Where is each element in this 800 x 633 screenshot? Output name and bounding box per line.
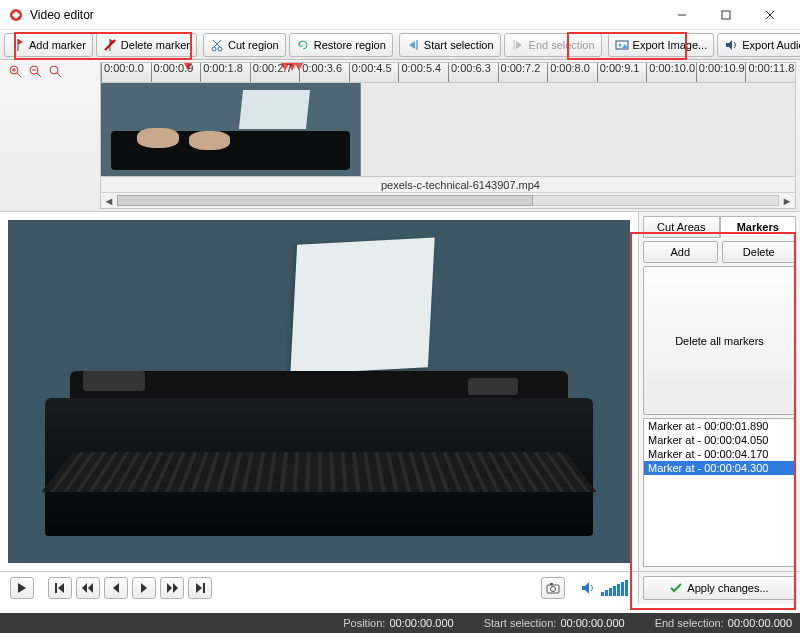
marker-list-item[interactable]: Marker at - 00:00:04.050 (644, 433, 795, 447)
ruler-tick: 0:00:5.4 (398, 63, 441, 82)
restore-region-label: Restore region (314, 39, 386, 51)
export-audio-button[interactable]: Export Audio... (717, 33, 800, 57)
toolbar: Add marker Delete marker Cut region Rest… (0, 30, 800, 60)
status-position-value: 00:00:00.000 (389, 617, 453, 629)
svg-point-9 (218, 47, 222, 51)
ruler-tick: 0:00:4.5 (349, 63, 392, 82)
scroll-left-icon[interactable]: ◄ (101, 193, 117, 208)
goto-end-button[interactable] (188, 577, 212, 599)
apply-changes-button[interactable]: Apply changes... (643, 576, 796, 600)
ruler-tick: 0:00:6.3 (448, 63, 491, 82)
scroll-thumb[interactable] (117, 195, 533, 206)
ruler-tick: 0:00:0.9 (151, 63, 194, 82)
maximize-button[interactable] (704, 1, 748, 29)
marker-list-item[interactable]: Marker at - 00:00:04.170 (644, 447, 795, 461)
svg-line-11 (213, 40, 220, 47)
ruler-tick: 0:00:11.8 (745, 63, 794, 82)
marker-add-button[interactable]: Add (643, 241, 718, 263)
step-back-button[interactable] (104, 577, 128, 599)
app-icon (8, 7, 24, 23)
snapshot-button[interactable] (541, 577, 565, 599)
scissors-icon (210, 38, 224, 52)
start-selection-icon (406, 38, 420, 52)
svg-point-23 (50, 66, 58, 74)
end-selection-label: End selection (529, 39, 595, 51)
add-marker-label: Add marker (29, 39, 86, 51)
zoom-in-icon[interactable] (8, 64, 22, 78)
status-bar: Position:00:00:00.000 Start selection:00… (0, 613, 800, 633)
scroll-right-icon[interactable]: ► (779, 193, 795, 208)
restore-region-button[interactable]: Restore region (289, 33, 393, 57)
ruler-tick: 0:00:1.8 (200, 63, 243, 82)
start-selection-label: Start selection (424, 39, 494, 51)
volume-icon[interactable] (581, 581, 597, 595)
cut-region-label: Cut region (228, 39, 279, 51)
status-end-value: 00:00:00.000 (728, 617, 792, 629)
marker-list-item[interactable]: Marker at - 00:00:01.890 (644, 419, 795, 433)
svg-line-21 (37, 73, 41, 77)
marker-list-item[interactable]: Marker at - 00:00:04.300 (644, 461, 795, 475)
ruler-tick: 0:00:2.7 (250, 63, 293, 82)
tab-cut-areas[interactable]: Cut Areas (643, 216, 720, 238)
add-marker-button[interactable]: Add marker (4, 33, 93, 57)
video-preview[interactable] (8, 220, 630, 563)
ruler-tick: 0:00:7.2 (498, 63, 541, 82)
timeline-ruler[interactable]: 0:00:0.00:00:0.90:00:1.80:00:2.70:00:3.6… (101, 63, 795, 83)
svg-rect-25 (55, 583, 57, 593)
fast-forward-button[interactable] (160, 577, 184, 599)
zoom-fit-icon[interactable] (48, 64, 62, 78)
export-image-button[interactable]: Export Image... (608, 33, 715, 57)
delete-marker-button[interactable]: Delete marker (96, 33, 197, 57)
minimize-button[interactable] (660, 1, 704, 29)
timeline: 0:00:0.00:00:0.90:00:1.80:00:2.70:00:3.6… (0, 60, 800, 212)
svg-point-15 (618, 44, 621, 47)
play-button[interactable] (10, 577, 34, 599)
end-selection-button[interactable]: End selection (504, 33, 602, 57)
end-selection-icon (511, 38, 525, 52)
svg-line-17 (17, 73, 21, 77)
timeline-tracks[interactable] (101, 83, 795, 176)
cut-region-button[interactable]: Cut region (203, 33, 286, 57)
playback-bar (0, 572, 638, 604)
side-panel: Cut Areas Markers Add Delete Delete all … (638, 212, 800, 571)
rewind-button[interactable] (76, 577, 100, 599)
check-icon (670, 582, 682, 594)
svg-rect-26 (203, 583, 205, 593)
ruler-tick: 0:00:0.0 (101, 63, 144, 82)
clip-thumbnail[interactable] (101, 83, 361, 176)
volume-level[interactable] (601, 580, 628, 596)
ruler-tick: 0:00:10.9 (696, 63, 745, 82)
tab-markers[interactable]: Markers (720, 216, 797, 238)
ruler-tick: 0:00:3.6 (299, 63, 342, 82)
svg-rect-29 (550, 583, 553, 585)
status-start-label: Start selection: (484, 617, 557, 629)
svg-point-8 (212, 47, 216, 51)
status-end-label: End selection: (655, 617, 724, 629)
close-button[interactable] (748, 1, 792, 29)
delete-marker-icon (103, 38, 117, 52)
status-start-value: 00:00:00.000 (560, 617, 624, 629)
delete-all-markers-button[interactable]: Delete all markers (643, 266, 796, 415)
step-forward-button[interactable] (132, 577, 156, 599)
svg-rect-2 (722, 11, 730, 19)
ruler-tick: 0:00:8.0 (547, 63, 590, 82)
zoom-out-icon[interactable] (28, 64, 42, 78)
ruler-tick: 0:00:10.0 (646, 63, 695, 82)
export-image-icon (615, 38, 629, 52)
marker-delete-button[interactable]: Delete (722, 241, 797, 263)
clip-filename: pexels-c-technical-6143907.mp4 (381, 179, 540, 191)
goto-start-button[interactable] (48, 577, 72, 599)
add-marker-icon (11, 38, 25, 52)
restore-icon (296, 38, 310, 52)
svg-line-24 (57, 73, 61, 77)
start-selection-button[interactable]: Start selection (399, 33, 501, 57)
window-title: Video editor (30, 8, 660, 22)
export-audio-icon (724, 38, 738, 52)
marker-list[interactable]: Marker at - 00:00:01.890Marker at - 00:0… (643, 418, 796, 567)
export-audio-label: Export Audio... (742, 39, 800, 51)
titlebar: Video editor (0, 0, 800, 30)
ruler-tick: 0:00:9.1 (597, 63, 640, 82)
export-image-label: Export Image... (633, 39, 708, 51)
timeline-scrollbar[interactable]: ◄ ► (101, 192, 795, 208)
svg-line-10 (214, 40, 221, 47)
